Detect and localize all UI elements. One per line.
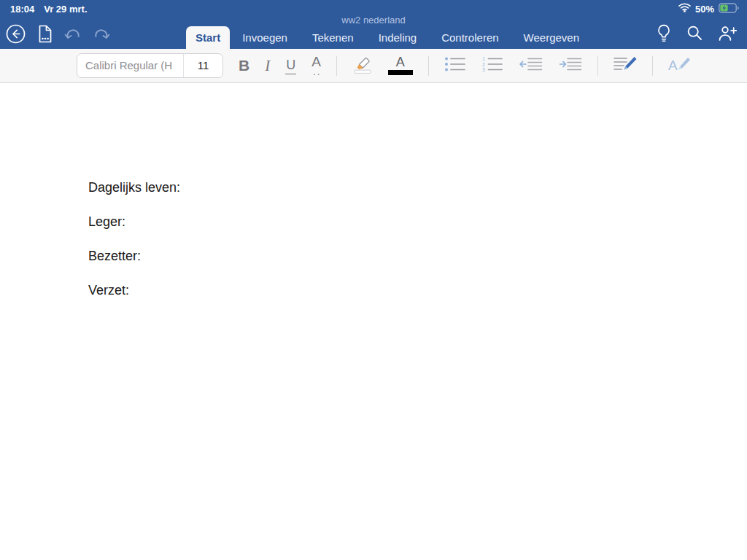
- ios-status-bar: 18:04 Vr 29 mrt. 50%: [0, 1, 747, 16]
- svg-text:1: 1: [482, 56, 485, 61]
- lines-with-pen-icon: [614, 55, 637, 76]
- document-file-icon: [36, 24, 53, 47]
- battery-charging-icon: [719, 3, 739, 15]
- status-date: Vr 29 mrt.: [44, 4, 87, 15]
- status-left: 18:04 Vr 29 mrt.: [10, 4, 88, 15]
- styles-button[interactable]: A: [668, 55, 691, 76]
- bullet-list-button[interactable]: [444, 56, 466, 75]
- font-size-selector[interactable]: 11: [183, 54, 222, 77]
- underline-button[interactable]: U: [285, 58, 296, 74]
- redo-icon: [93, 27, 110, 43]
- tab-start[interactable]: Start: [186, 26, 230, 49]
- document-canvas[interactable]: Dagelijks leven: Leger: Bezetter: Verzet…: [0, 83, 747, 559]
- decrease-indent-icon: [519, 57, 543, 74]
- ideas-button[interactable]: [657, 23, 671, 46]
- increase-indent-icon: [558, 57, 582, 74]
- font-color-button[interactable]: A: [388, 56, 413, 75]
- numbered-list-icon: 1 2 3: [481, 56, 503, 75]
- document-paragraph[interactable]: Bezetter:: [88, 249, 747, 264]
- search-button[interactable]: [686, 25, 703, 44]
- lightbulb-icon: [657, 23, 671, 46]
- text-effects-dots: ··: [313, 70, 321, 77]
- font-name-selector[interactable]: Calibri Regular (H: [77, 54, 183, 77]
- share-button[interactable]: [718, 26, 738, 44]
- increase-indent-button[interactable]: [558, 57, 582, 74]
- undo-icon: [64, 27, 82, 43]
- svg-text:A: A: [668, 58, 678, 73]
- document-paragraph[interactable]: Verzet:: [88, 283, 747, 298]
- paragraph-formatting-button[interactable]: [614, 55, 637, 76]
- text-effects-button[interactable]: A··: [311, 54, 321, 77]
- font-color-letter: A: [396, 56, 405, 69]
- svg-text:3: 3: [482, 67, 485, 72]
- tab-controleren[interactable]: Controleren: [429, 26, 511, 49]
- document-paragraph[interactable]: Dagelijks leven:: [88, 180, 747, 195]
- letter-with-pen-icon: A: [668, 55, 691, 76]
- toolbar-right-icons: [657, 24, 738, 44]
- ribbon-tabs: Start Invoegen Tekenen Indeling Controle…: [186, 26, 592, 49]
- highlighter-icon: [352, 55, 373, 77]
- battery-percent: 50%: [695, 4, 714, 15]
- bulleted-list-icon: [444, 56, 466, 75]
- wifi-icon: [678, 3, 691, 15]
- status-time: 18:04: [10, 4, 34, 15]
- add-person-icon: [718, 26, 738, 44]
- status-right: 50%: [678, 3, 739, 15]
- ribbon-divider: [428, 56, 429, 76]
- ribbon-divider: [336, 56, 337, 76]
- ribbon-divider: [597, 56, 598, 76]
- italic-button[interactable]: I: [265, 57, 270, 75]
- ribbon-divider: [652, 56, 653, 76]
- tab-indeling[interactable]: Indeling: [366, 26, 430, 49]
- toolbar-left-icons: [6, 25, 110, 45]
- top-toolbar: Start Invoegen Tekenen Indeling Controle…: [0, 21, 747, 49]
- font-control: Calibri Regular (H 11: [77, 53, 223, 78]
- font-color-swatch: [388, 70, 413, 75]
- formatting-ribbon: Calibri Regular (H 11 B I U A·· A: [0, 49, 747, 83]
- tab-tekenen[interactable]: Tekenen: [300, 26, 366, 49]
- document-paragraph[interactable]: Leger:: [88, 214, 747, 230]
- bold-button[interactable]: B: [239, 57, 249, 74]
- search-icon: [686, 25, 703, 44]
- tab-weergeven[interactable]: Weergeven: [511, 26, 592, 49]
- decrease-indent-button[interactable]: [519, 57, 543, 74]
- tab-invoegen[interactable]: Invoegen: [230, 26, 300, 49]
- back-arrow-circle-icon: [6, 24, 26, 47]
- app-header: 18:04 Vr 29 mrt. 50%: [0, 0, 747, 49]
- back-button[interactable]: [6, 24, 26, 47]
- undo-button[interactable]: [64, 27, 82, 43]
- highlight-button[interactable]: [352, 55, 373, 77]
- file-actions-button[interactable]: [36, 24, 53, 47]
- numbered-list-button[interactable]: 1 2 3: [481, 56, 503, 75]
- redo-button[interactable]: [93, 27, 110, 43]
- svg-text:2: 2: [482, 62, 485, 67]
